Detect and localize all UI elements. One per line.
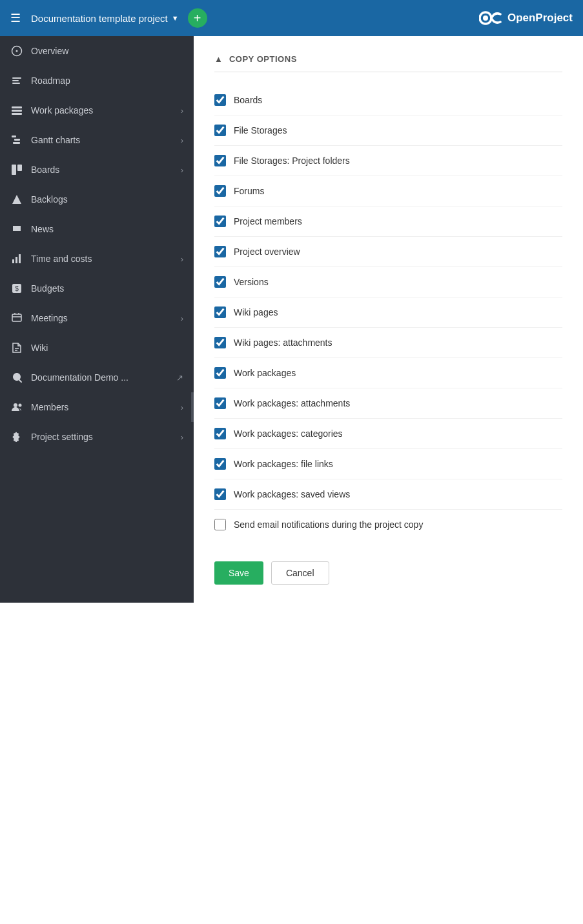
option-label-wiki-pages: Wiki pages	[234, 307, 278, 317]
checkbox-work-packages-categories[interactable]	[214, 428, 226, 439]
copy-options-header: ▲ COPY OPTIONS	[214, 54, 562, 72]
option-row-wiki-pages-attachments: Wiki pages: attachments	[214, 328, 562, 358]
sidebar-item-gantt-charts[interactable]: Gantt charts›	[0, 125, 194, 155]
checkbox-work-packages-attachments[interactable]	[214, 397, 226, 409]
sidebar-item-label-members: Members	[31, 402, 173, 412]
checkbox-wiki-pages[interactable]	[214, 306, 226, 318]
sidebar-item-time-and-costs[interactable]: Time and costs›	[0, 244, 194, 274]
option-label-file-storages: File Storages	[234, 125, 287, 136]
main-content: ▲ COPY OPTIONS BoardsFile StoragesFile S…	[194, 36, 583, 603]
sidebar-resize-handle[interactable]	[191, 392, 194, 422]
svg-rect-8	[12, 110, 22, 112]
sidebar-item-meetings[interactable]: Meetings›	[0, 303, 194, 333]
gantt-charts-icon	[10, 134, 23, 146]
project-dropdown-caret: ▼	[172, 14, 179, 22]
checkbox-project-members[interactable]	[214, 216, 226, 227]
svg-rect-10	[12, 136, 16, 137]
option-row-work-packages-categories: Work packages: categories	[214, 419, 562, 449]
sidebar-item-label-overview: Overview	[31, 46, 183, 56]
time-and-costs-arrow-icon: ›	[181, 254, 183, 264]
documentation-demo-external-icon: ↗	[176, 373, 183, 383]
checkbox-wiki-pages-attachments[interactable]	[214, 337, 226, 348]
option-label-work-packages-saved-views: Work packages: saved views	[234, 489, 350, 499]
save-button[interactable]: Save	[214, 561, 263, 585]
sidebar-item-label-project-settings: Project settings	[31, 432, 173, 442]
collapse-icon[interactable]: ▲	[214, 54, 223, 64]
project-name[interactable]: Documentation template project ▼	[31, 13, 179, 24]
svg-rect-14	[17, 165, 22, 171]
sidebar-item-wiki[interactable]: Wiki	[0, 333, 194, 363]
checkbox-file-storages-project-folders[interactable]	[214, 155, 226, 166]
members-arrow-icon: ›	[181, 403, 183, 412]
checkbox-file-storages[interactable]	[214, 125, 226, 136]
sidebar-item-label-documentation-demo: Documentation Demo ...	[31, 372, 167, 383]
sidebar-item-members[interactable]: Members›	[0, 392, 194, 422]
option-row-file-storages-project-folders: File Storages: Project folders	[214, 146, 562, 176]
checkbox-boards[interactable]	[214, 94, 226, 106]
option-row-work-packages: Work packages	[214, 358, 562, 388]
option-row-file-storages: File Storages	[214, 115, 562, 146]
documentation-demo-icon	[10, 371, 23, 384]
work-packages-arrow-icon: ›	[181, 106, 183, 115]
svg-rect-11	[14, 139, 20, 141]
checkbox-work-packages[interactable]	[214, 367, 226, 379]
news-icon	[10, 223, 23, 236]
roadmap-icon	[10, 74, 23, 87]
logo-text: OpenProject	[507, 12, 573, 25]
meetings-icon	[10, 312, 23, 325]
sidebar-item-backlogs[interactable]: Backlogs	[0, 185, 194, 214]
svg-point-1	[483, 15, 488, 21]
svg-rect-9	[12, 113, 22, 115]
backlogs-icon	[10, 193, 23, 206]
checkbox-forums[interactable]	[214, 185, 226, 197]
project-name-label: Documentation template project	[31, 13, 168, 24]
time-and-costs-icon	[10, 252, 23, 265]
sidebar-item-work-packages[interactable]: Work packages›	[0, 95, 194, 125]
svg-rect-13	[12, 165, 16, 175]
svg-rect-6	[12, 83, 20, 84]
sidebar-item-roadmap[interactable]: Roadmap	[0, 66, 194, 95]
sidebar-item-news[interactable]: News	[0, 214, 194, 244]
sidebar-item-label-meetings: Meetings	[31, 313, 173, 323]
checkbox-work-packages-saved-views[interactable]	[214, 488, 226, 500]
wiki-icon	[10, 341, 23, 354]
option-label-versions: Versions	[234, 277, 269, 287]
sidebar-item-project-settings[interactable]: Project settings›	[0, 422, 194, 452]
gantt-charts-arrow-icon: ›	[181, 136, 183, 145]
actions-row: Save Cancel	[214, 555, 562, 585]
overview-icon	[10, 45, 23, 57]
option-row-wiki-pages: Wiki pages	[214, 297, 562, 328]
svg-point-3	[16, 50, 18, 52]
option-label-project-members: Project members	[234, 216, 302, 226]
budgets-icon: $	[10, 282, 23, 295]
cancel-button[interactable]: Cancel	[271, 561, 329, 585]
option-label-project-overview: Project overview	[234, 246, 300, 257]
option-label-work-packages: Work packages	[234, 368, 296, 378]
checkbox-work-packages-file-links[interactable]	[214, 458, 226, 470]
sidebar-item-boards[interactable]: Boards›	[0, 155, 194, 185]
copy-options-list: BoardsFile StoragesFile Storages: Projec…	[214, 85, 562, 539]
checkbox-versions[interactable]	[214, 276, 226, 288]
option-row-project-overview: Project overview	[214, 237, 562, 267]
option-row-work-packages-file-links: Work packages: file links	[214, 449, 562, 479]
checkbox-project-overview[interactable]	[214, 246, 226, 257]
option-label-work-packages-file-links: Work packages: file links	[234, 459, 333, 469]
sidebar-item-label-backlogs: Backlogs	[31, 194, 183, 205]
option-label-file-storages-project-folders: File Storages: Project folders	[234, 156, 350, 166]
sidebar-item-budgets[interactable]: $Budgets	[0, 274, 194, 303]
sidebar-item-documentation-demo[interactable]: Documentation Demo ...↗	[0, 363, 194, 392]
svg-marker-15	[12, 195, 21, 204]
layout: OverviewRoadmapWork packages›Gantt chart…	[0, 36, 583, 603]
sidebar-item-label-budgets: Budgets	[31, 283, 183, 294]
option-label-send-email-notifications: Send email notifications during the proj…	[234, 519, 423, 530]
menu-icon[interactable]: ☰	[10, 11, 21, 25]
option-row-versions: Versions	[214, 267, 562, 297]
sidebar-item-label-gantt-charts: Gantt charts	[31, 135, 173, 145]
checkbox-send-email-notifications[interactable]	[214, 519, 226, 530]
members-icon	[10, 401, 23, 414]
add-project-button[interactable]: +	[188, 8, 207, 28]
sidebar-item-overview[interactable]: Overview	[0, 36, 194, 66]
option-label-work-packages-attachments: Work packages: attachments	[234, 398, 350, 408]
svg-rect-16	[12, 259, 14, 263]
option-label-forums: Forums	[234, 186, 264, 196]
